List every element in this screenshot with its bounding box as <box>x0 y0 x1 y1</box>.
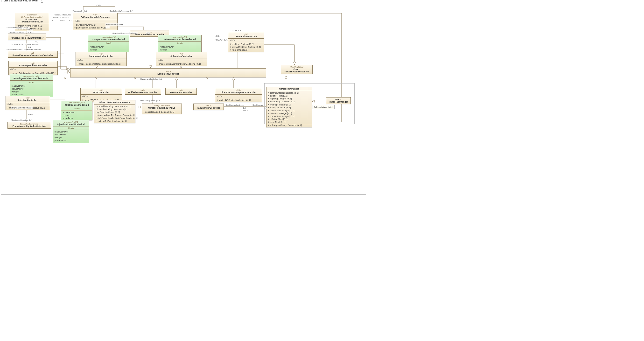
lbl-part-of: +PartOf 0..1 <box>230 29 242 31</box>
lbl-reg-cond: +RegulatingCondEq 0..* <box>139 100 160 102</box>
lbl-nc4: «NC» <box>214 35 220 37</box>
lbl-sub-sched: +SubScheduleResource 0..* <box>108 10 133 12</box>
lbl-sched-res: +ScheduleResource <box>53 14 71 16</box>
class-tap-changer-controller: «NC»TapChangerController <box>193 104 224 110</box>
lbl-nc3: «NC» <box>27 29 32 31</box>
class-compensator-controller: «NC»CompensatorController «NC» + mode: C… <box>76 52 127 66</box>
class-power-plant-controller: «NC»PowerPlantController <box>165 88 197 95</box>
class-phase-tap-changer: Wires::PhaseTapChanger <box>326 97 351 104</box>
class-equivalent-injection: EquivalentEquipmentEquivalents::Equivale… <box>8 122 51 129</box>
lbl-nc6: «NC» <box>242 109 248 112</box>
class-peu-controller: «NC»PowerElectronicsUnitController <box>8 34 46 40</box>
lbl-sched-res2: +ScheduleResource <box>106 24 124 26</box>
uml-diagram: class ExtEquipmentController EquipmentEx… <box>1 1 366 194</box>
class-schedule-resource: «NC»ExtArea::ScheduleResource «NC» + p: … <box>73 13 118 30</box>
lbl-peuc: +PowerElectronicsUnitController <box>11 43 40 45</box>
lbl-nc2: «NC» <box>59 20 65 22</box>
lbl-tcc: +TapChangeController <box>224 104 244 106</box>
lbl-mult-0s3: 0..* <box>263 107 267 109</box>
diagram-title: class ExtEquipmentController <box>1 0 41 2</box>
enum-tcsc-mode: «enumeration,NC»TCSCControlModeKind lite… <box>61 101 92 120</box>
lbl-has-part: +HasPart 0..* <box>214 39 227 41</box>
lbl-resource-of: +ResourceOf 0..1 <box>71 10 88 12</box>
class-power-system-resource: IdentifiedObjectCore::PowerSystemResourc… <box>281 65 312 74</box>
lbl-mult-015: 0..1 <box>242 107 247 109</box>
lbl-nc: «NC» <box>95 4 101 6</box>
lbl-inj-c: +InjectionController 0..1 <box>11 106 33 108</box>
enum-injection-mode: «enumeration,NC»InjectionControlModeKind… <box>53 120 89 143</box>
class-automation-function: «NC»AutomationFunction «NC» + enabled: B… <box>228 32 264 52</box>
lbl-nc5: «NC» <box>27 113 33 115</box>
class-rotating-machine-controller: «NC»RotatingMachineController «NC» + mod… <box>8 61 58 75</box>
lbl-mult-0s2: 0..* <box>35 41 39 43</box>
lbl-src: +ScheduleResourceController <box>111 32 138 34</box>
enum-rotating-machine-mode: «enumeration,NC»RotatingMachineControlMo… <box>10 74 53 97</box>
lbl-mult-014: 0..1 <box>146 32 150 34</box>
lbl-mult-0s: 0..* <box>50 20 53 22</box>
lbl-pe-unit2: +PowerElectronicsUnit 0..* <box>6 26 30 29</box>
lbl-eqc: +EquipmentController 0..1 <box>139 78 162 80</box>
lbl-pe-unit: +PowerElectronicsUnit <box>49 16 70 18</box>
class-tap-changer: Wires::TapChanger + controlEnabled: Bool… <box>266 87 312 128</box>
lbl-pecc: +PowerElectronicsConnectionController <box>6 48 41 51</box>
note-substitutable: {IsSubstitutable=false} <box>312 105 334 109</box>
class-upfc: «NC»UnifiedPowerFlowController <box>125 88 161 95</box>
lbl-mult-013: 0..1 <box>106 26 110 28</box>
class-static-var-compensator: Wires::StaticVarCompensator + capacitive… <box>94 100 136 123</box>
class-dc-equipment-controller: «NC»DirectCurrentEquipmentController «NC… <box>215 88 262 102</box>
lbl-eq-inj: +EquivalentInjection 0..* <box>10 119 32 121</box>
enum-compensator-mode: «enumeration,NC»CompensatorControlModeKi… <box>88 35 129 52</box>
lbl-mult-012: 0..1 <box>27 46 32 48</box>
class-regulating-cond-eq: EnergyConnectionWires::RegulatingCondEq … <box>142 104 182 114</box>
class-pec-controller: «NC»PowerElectronicsConnectionController <box>8 51 58 58</box>
class-substation-controller: «NC»SubstationController «NC» + mode: Su… <box>156 52 207 66</box>
class-equipment-controller: «NC»EquipmentController <box>70 68 266 78</box>
lbl-pe-unit-tr: +PowerElectronicsUnit0..1 troller <box>6 31 35 33</box>
lbl-tap-ch: +TapChanger <box>251 104 264 106</box>
lbl-mult-01: 0..1 <box>69 20 73 22</box>
